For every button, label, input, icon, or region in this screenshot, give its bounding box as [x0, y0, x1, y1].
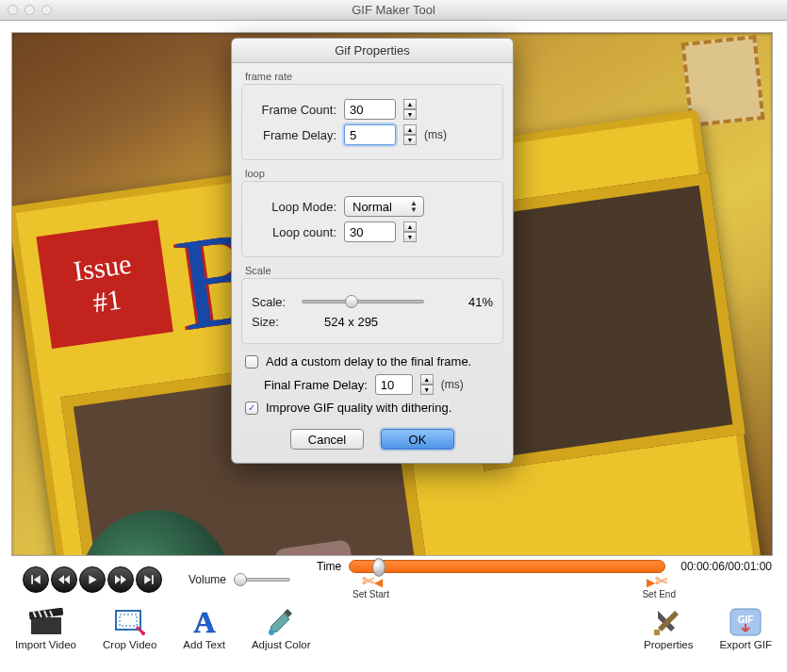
- tools-icon: [649, 607, 687, 637]
- final-frame-delay-unit: (ms): [441, 378, 464, 391]
- close-window-button[interactable]: [8, 5, 18, 15]
- fast-forward-button[interactable]: [107, 566, 134, 593]
- final-frame-delay-input[interactable]: [375, 374, 413, 395]
- final-frame-checkbox-label: Add a custom delay to the final frame.: [266, 354, 471, 369]
- loop-group-label: loop: [232, 160, 513, 181]
- volume-label: Volume: [189, 573, 226, 586]
- scale-group-label: Scale: [232, 257, 513, 278]
- volume-slider[interactable]: [234, 572, 290, 587]
- scale-group: Scale: 41% Size: 524 x 295: [241, 278, 503, 344]
- frame-delay-stepper[interactable]: ▲▼: [403, 124, 417, 145]
- frame-delay-input[interactable]: [344, 124, 396, 145]
- dithering-checkbox[interactable]: ✓: [245, 402, 258, 415]
- frame-rate-group: Frame Count: ▲▼ Frame Delay: ▲▼ (ms): [241, 84, 503, 160]
- crop-video-button[interactable]: Crop Video: [103, 607, 156, 650]
- set-end-marker[interactable]: ▶✄ Set End: [642, 574, 676, 599]
- adjust-color-button[interactable]: Adjust Color: [252, 607, 311, 650]
- svg-text:A: A: [193, 606, 215, 638]
- gif-export-icon: GIF: [727, 607, 764, 637]
- loop-group: Loop Mode: Normal ▲▼ Loop count: ▲▼: [241, 181, 503, 257]
- frame-delay-unit: (ms): [424, 128, 447, 141]
- loop-mode-label: Loop Mode:: [252, 200, 336, 214]
- skip-end-button[interactable]: [136, 566, 162, 593]
- issue-tag: Issue #1: [36, 220, 172, 349]
- bottom-toolbar: Import Video Crop Video A Add Text Adjus…: [0, 599, 787, 656]
- frame-rate-group-label: frame rate: [232, 63, 513, 84]
- set-start-marker[interactable]: ✄◀ Set Start: [353, 574, 389, 599]
- frame-count-stepper[interactable]: ▲▼: [403, 99, 417, 120]
- import-video-button[interactable]: Import Video: [15, 607, 76, 650]
- export-gif-button[interactable]: GIF Export GIF: [719, 607, 772, 650]
- zoom-window-button[interactable]: [41, 5, 52, 15]
- loop-mode-select[interactable]: Normal ▲▼: [344, 196, 424, 217]
- scissor-icon: ✄: [362, 574, 374, 589]
- titlebar: GIF Maker Tool: [0, 0, 787, 21]
- minimize-window-button[interactable]: [25, 5, 35, 15]
- playback-controls: Volume Time 00:00:06/00:01:00 ✄◀ Set Sta…: [0, 556, 787, 599]
- loop-count-label: Loop count:: [252, 225, 336, 239]
- time-value: 00:00:06/00:01:00: [680, 560, 772, 573]
- crop-icon: [111, 607, 149, 637]
- frame-count-label: Frame Count:: [252, 103, 336, 117]
- text-icon: A: [186, 607, 223, 637]
- scale-slider[interactable]: [302, 293, 424, 310]
- svg-point-6: [269, 630, 274, 635]
- ok-button[interactable]: OK: [381, 429, 454, 450]
- play-button[interactable]: [79, 566, 106, 593]
- frame-delay-label: Frame Delay:: [252, 128, 336, 142]
- loop-count-input[interactable]: [344, 221, 396, 242]
- rewind-button[interactable]: [51, 566, 77, 593]
- skip-start-button[interactable]: [23, 566, 49, 593]
- properties-button[interactable]: Properties: [644, 607, 693, 650]
- frame-count-input[interactable]: [344, 99, 396, 120]
- svg-rect-7: [654, 630, 660, 635]
- size-label: Size:: [252, 315, 294, 329]
- gif-properties-dialog: Gif Properties frame rate Frame Count: ▲…: [231, 38, 514, 464]
- timeline-slider[interactable]: [349, 560, 665, 573]
- svg-text:GIF: GIF: [738, 615, 754, 625]
- scale-percent: 41%: [468, 295, 493, 309]
- dithering-label: Improve GIF quality with dithering.: [266, 401, 451, 415]
- clapperboard-icon: [27, 607, 65, 637]
- svg-point-4: [141, 631, 145, 635]
- time-label: Time: [317, 560, 341, 573]
- window-title: GIF Maker Tool: [0, 3, 787, 17]
- size-value: 524 x 295: [324, 315, 378, 329]
- dialog-title: Gif Properties: [232, 39, 513, 63]
- cancel-button[interactable]: Cancel: [290, 429, 364, 450]
- svg-rect-0: [31, 617, 61, 634]
- scissor-icon: ✄: [655, 574, 667, 589]
- scale-label: Scale:: [252, 295, 294, 309]
- final-frame-checkbox[interactable]: [245, 355, 258, 369]
- add-text-button[interactable]: A Add Text: [183, 607, 225, 650]
- eyedropper-icon: [262, 607, 300, 637]
- final-frame-delay-stepper[interactable]: ▲▼: [420, 374, 434, 395]
- loop-count-stepper[interactable]: ▲▼: [403, 221, 417, 242]
- final-frame-delay-label: Final Frame Delay:: [264, 378, 368, 392]
